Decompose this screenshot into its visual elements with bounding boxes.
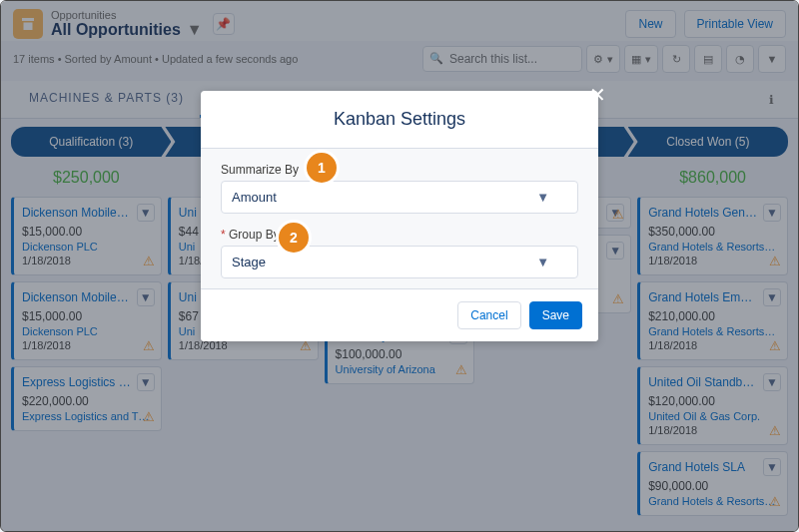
modal-title: Kanban Settings: [201, 91, 598, 149]
callout-2: 2: [279, 223, 309, 253]
close-icon[interactable]: ✕: [589, 83, 606, 107]
summarize-by-label: Summarize By: [221, 163, 578, 177]
kanban-settings-modal: Kanban Settings Summarize By Amount ▼ 1 …: [201, 91, 598, 341]
save-button[interactable]: Save: [529, 301, 582, 329]
chevron-down-icon: ▼: [536, 255, 549, 269]
group-by-select[interactable]: Stage ▼: [221, 246, 578, 278]
callout-1: 1: [307, 153, 337, 183]
cancel-button[interactable]: Cancel: [457, 301, 520, 329]
chevron-down-icon: ▼: [536, 190, 549, 205]
summarize-by-value: Amount: [232, 190, 277, 205]
group-by-label: Group By: [221, 228, 578, 242]
modal-footer: Cancel Save: [201, 288, 598, 341]
summarize-by-select[interactable]: Amount ▼: [221, 181, 578, 214]
modal-body: Summarize By Amount ▼ 1 Group By Stage ▼…: [201, 149, 598, 288]
group-by-value: Stage: [232, 255, 266, 269]
modal-backdrop[interactable]: ✕ Kanban Settings Summarize By Amount ▼ …: [1, 1, 798, 531]
